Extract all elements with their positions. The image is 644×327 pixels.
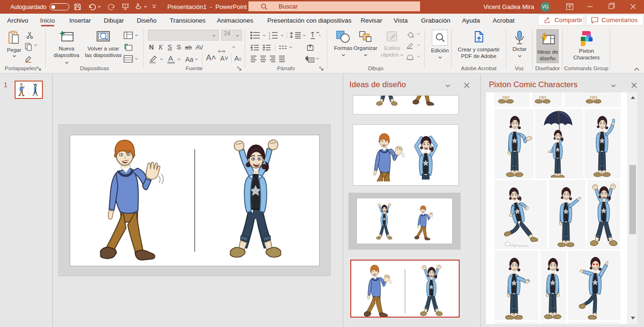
svg-text:3: 3 [269, 37, 270, 40]
